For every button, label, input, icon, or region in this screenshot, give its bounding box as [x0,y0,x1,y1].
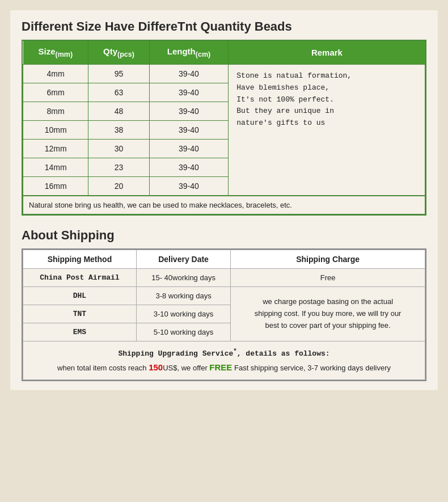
shipping-upgrade-row: Shipping Upgrading Service*, details as … [23,341,425,380]
size-cell: 6mm [23,83,88,102]
size-cell: 16mm [23,177,88,196]
length-cell: 39-40 [149,177,229,196]
shipping-section: About Shipping Shipping Method Delivery … [22,228,426,381]
upgrade-free-label: FREE [209,362,232,372]
size-cell: 8mm [23,102,88,121]
beads-table-container: Size(mm) Qty(pcs) Length(cm) Remark 4mm … [22,40,426,216]
col-header-qty: Qty(pcs) [88,41,149,65]
charge-combined: we charge postage basing on the actual s… [231,287,425,341]
remark-cell: Stone is natual formation, Have blemishe… [229,65,425,196]
shipping-col-charge: Shipping Charge [231,250,425,269]
length-cell: 39-40 [149,158,229,177]
method-tnt: TNT [23,305,137,323]
length-cell: 39-40 [149,102,229,121]
size-cell: 14mm [23,158,88,177]
beads-footer-row: Natural stone bring us health, we can be… [23,196,425,214]
qty-cell: 63 [88,83,149,102]
upgrade-title: Shipping Upgrading Service*, details as … [30,346,418,360]
col-header-remark: Remark [229,41,425,65]
upgrade-amount: 150 [149,362,163,372]
method-ems: EMS [23,323,137,341]
col-header-size: Size(mm) [23,41,88,65]
beads-section-title: Different Size Have DiffereTnt Quantity … [22,19,426,34]
method-airmail: China Post Airmail [23,269,137,287]
length-cell: 39-40 [149,121,229,140]
qty-cell: 20 [88,177,149,196]
shipping-upgrade-cell: Shipping Upgrading Service*, details as … [23,341,425,380]
qty-cell: 48 [88,102,149,121]
upgrade-superscript: * [233,348,237,355]
shipping-row-airmail: China Post Airmail 15- 40working days Fr… [23,269,425,287]
qty-cell: 95 [88,65,149,83]
qty-cell: 38 [88,121,149,140]
shipping-col-method: Shipping Method [23,250,137,269]
col-header-length: Length(cm) [149,41,229,65]
beads-table: Size(mm) Qty(pcs) Length(cm) Remark 4mm … [23,41,425,214]
shipping-row-dhl: DHL 3-8 working days we charge postage b… [23,287,425,305]
shipping-table-container: Shipping Method Delivery Date Shipping C… [22,248,426,381]
length-cell: 39-40 [149,83,229,102]
delivery-tnt: 3-10 working days [136,305,230,323]
qty-cell: 30 [88,140,149,158]
shipping-col-delivery: Delivery Date [136,250,230,269]
upgrade-details: when total item costs reach 150US$, we o… [30,360,418,375]
beads-footer-text: Natural stone bring us health, we can be… [23,196,425,214]
size-cell: 12mm [23,140,88,158]
table-row: 4mm 95 39-40 Stone is natual formation, … [23,65,425,83]
charge-airmail: Free [231,269,425,287]
length-cell: 39-40 [149,65,229,83]
beads-section: Different Size Have DiffereTnt Quantity … [22,19,426,216]
length-cell: 39-40 [149,140,229,158]
delivery-dhl: 3-8 working days [136,287,230,305]
delivery-ems: 5-10 working days [136,323,230,341]
method-dhl: DHL [23,287,137,305]
delivery-airmail: 15- 40working days [136,269,230,287]
page-wrapper: Different Size Have DiffereTnt Quantity … [10,10,438,390]
qty-cell: 23 [88,158,149,177]
size-cell: 10mm [23,121,88,140]
shipping-table: Shipping Method Delivery Date Shipping C… [23,250,425,380]
size-cell: 4mm [23,65,88,83]
shipping-section-title: About Shipping [22,228,426,243]
